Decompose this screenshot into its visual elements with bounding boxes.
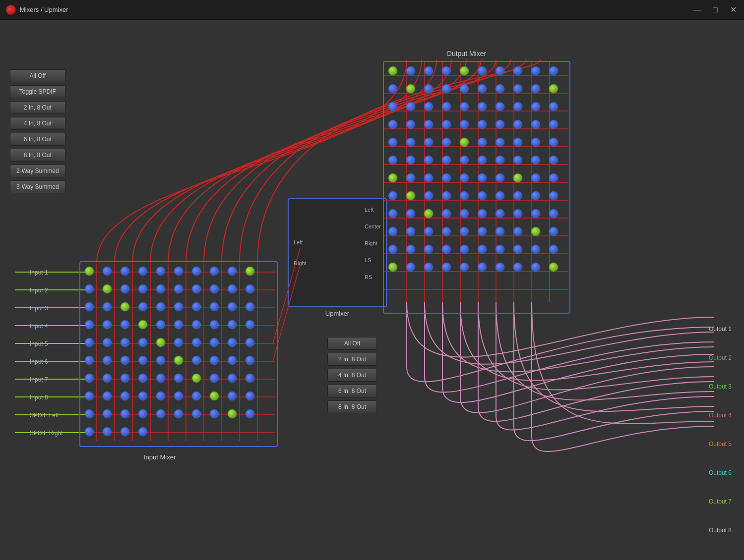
node[interactable] [509,151,527,169]
node[interactable] [491,62,509,80]
node[interactable] [402,223,420,240]
node[interactable] [437,115,455,133]
node[interactable] [205,262,223,280]
node[interactable] [491,258,509,276]
3way-summed-button[interactable]: 3-Way Summed [10,180,65,193]
node[interactable] [116,316,134,334]
node[interactable] [455,62,473,80]
node[interactable] [509,98,527,115]
node[interactable] [473,151,491,169]
node[interactable] [80,316,98,334]
node[interactable] [545,151,562,169]
node[interactable] [384,169,402,187]
node[interactable] [170,262,187,280]
node[interactable] [170,369,187,387]
node[interactable] [437,223,455,240]
node[interactable] [402,115,420,133]
node[interactable] [437,240,455,258]
node[interactable] [205,351,223,369]
node[interactable] [116,405,134,423]
node[interactable] [187,280,205,298]
node[interactable] [509,115,527,133]
node[interactable] [116,387,134,405]
node[interactable] [402,151,420,169]
node[interactable] [545,80,562,98]
node[interactable] [98,405,116,423]
node[interactable] [473,98,491,115]
node[interactable] [473,62,491,80]
node[interactable] [223,387,241,405]
node[interactable] [384,98,402,115]
node[interactable] [384,115,402,133]
node[interactable] [384,240,402,258]
node[interactable] [170,405,187,423]
node[interactable] [402,258,420,276]
node[interactable] [80,351,98,369]
node[interactable] [455,187,473,205]
node[interactable] [134,387,152,405]
node[interactable] [420,169,437,187]
node[interactable] [545,169,562,187]
node[interactable] [509,62,527,80]
node[interactable] [98,334,116,351]
node[interactable] [455,80,473,98]
node[interactable] [384,205,402,223]
node[interactable] [473,80,491,98]
node[interactable] [420,223,437,240]
node[interactable] [223,298,241,316]
node[interactable] [437,187,455,205]
node[interactable] [509,133,527,151]
node[interactable] [80,387,98,405]
node[interactable] [402,98,420,115]
node[interactable] [527,115,545,133]
node[interactable] [473,169,491,187]
node[interactable] [420,133,437,151]
node[interactable] [116,351,134,369]
node[interactable] [402,80,420,98]
node[interactable] [384,133,402,151]
node[interactable] [384,80,402,98]
node[interactable] [527,223,545,240]
node[interactable] [491,240,509,258]
node[interactable] [509,169,527,187]
node[interactable] [527,240,545,258]
preset-6in8out-button[interactable]: 6 In, 8 Out [327,385,377,397]
node[interactable] [241,262,259,280]
node[interactable] [187,316,205,334]
node[interactable] [473,258,491,276]
node[interactable] [455,223,473,240]
all-off-button[interactable]: All Off [10,69,65,82]
node[interactable] [116,369,134,387]
node[interactable] [545,187,562,205]
node[interactable] [545,98,562,115]
node[interactable] [170,351,187,369]
node[interactable] [420,80,437,98]
node[interactable] [187,351,205,369]
node[interactable] [527,62,545,80]
node[interactable] [152,405,170,423]
node[interactable] [205,387,223,405]
node[interactable] [134,351,152,369]
node[interactable] [491,205,509,223]
node[interactable] [80,405,98,423]
node[interactable] [545,240,562,258]
node[interactable] [527,80,545,98]
node[interactable] [152,298,170,316]
node[interactable] [455,133,473,151]
node[interactable] [527,187,545,205]
node[interactable] [170,298,187,316]
node[interactable] [170,387,187,405]
4in8out-button[interactable]: 4 In, 8 Out [10,117,65,130]
node[interactable] [98,298,116,316]
node[interactable] [187,369,205,387]
node[interactable] [527,98,545,115]
node[interactable] [98,280,116,298]
node[interactable] [455,151,473,169]
node[interactable] [152,334,170,351]
node[interactable] [509,240,527,258]
node[interactable] [437,62,455,80]
node[interactable] [527,151,545,169]
node[interactable] [241,369,259,387]
node[interactable] [205,316,223,334]
node[interactable] [402,187,420,205]
